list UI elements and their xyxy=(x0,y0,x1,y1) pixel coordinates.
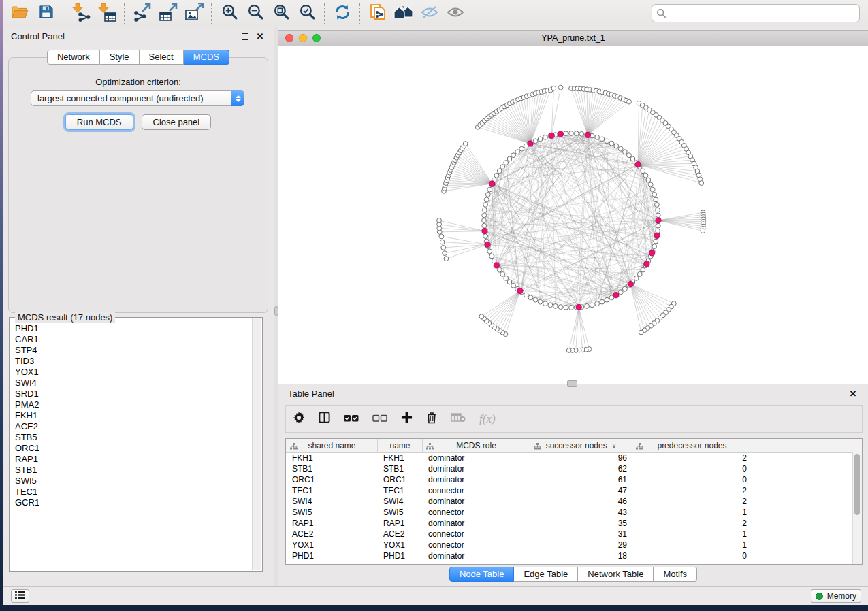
close-table-panel-icon[interactable]: ✕ xyxy=(848,389,858,399)
network-node[interactable] xyxy=(656,223,660,228)
column-header-successor-nodes[interactable]: successor nodes∨ xyxy=(530,439,632,452)
mcds-node[interactable] xyxy=(654,233,660,238)
ndex-homes-button[interactable] xyxy=(393,3,415,24)
network-node[interactable] xyxy=(699,181,704,186)
create-column-button[interactable] xyxy=(394,406,419,432)
network-node[interactable] xyxy=(507,156,512,161)
mcds-result-item[interactable]: PMA2 xyxy=(12,399,250,410)
mcds-result-item[interactable]: STB5 xyxy=(12,432,250,443)
zoom-fit-button[interactable] xyxy=(270,3,292,24)
network-node[interactable] xyxy=(497,267,502,272)
network-node[interactable] xyxy=(618,290,623,295)
network-node[interactable] xyxy=(701,229,705,233)
mcds-result-item[interactable]: SWI4 xyxy=(12,378,250,389)
minimize-light-icon[interactable] xyxy=(299,34,307,42)
network-node[interactable] xyxy=(483,208,487,212)
mcds-result-item[interactable]: SRD1 xyxy=(12,389,250,399)
network-node[interactable] xyxy=(652,244,657,249)
network-node[interactable] xyxy=(440,240,445,244)
network-node[interactable] xyxy=(585,304,590,309)
table-row[interactable]: TEC1TEC1connector472 xyxy=(286,485,853,496)
network-node[interactable] xyxy=(600,137,605,142)
network-node[interactable] xyxy=(543,301,548,306)
network-node[interactable] xyxy=(483,234,488,239)
network-node[interactable] xyxy=(656,213,660,218)
network-node[interactable] xyxy=(634,276,639,281)
table-row[interactable]: YOX1YOX1connector291 xyxy=(286,540,853,550)
save-session-button[interactable] xyxy=(35,3,57,24)
mcds-node[interactable] xyxy=(558,131,563,137)
network-node[interactable] xyxy=(463,142,468,146)
node-table[interactable]: shared namenameMCDS rolesuccessor nodes∨… xyxy=(285,438,863,565)
table-row[interactable]: SWI4SWI4dominator462 xyxy=(286,496,853,507)
mcds-result-item[interactable]: PHD1 xyxy=(12,323,250,334)
network-node[interactable] xyxy=(533,297,538,302)
network-node[interactable] xyxy=(654,239,658,244)
tab-mcds[interactable]: MCDS xyxy=(184,50,229,65)
network-node[interactable] xyxy=(643,173,648,178)
column-header-shared-name[interactable]: shared name xyxy=(287,439,378,452)
close-panel-button[interactable]: Close panel xyxy=(142,114,212,130)
network-node[interactable] xyxy=(579,132,584,137)
network-node[interactable] xyxy=(595,135,600,139)
open-file-button[interactable] xyxy=(9,3,31,24)
zoom-selected-button[interactable] xyxy=(296,3,318,24)
network-node[interactable] xyxy=(553,304,558,309)
mcds-node[interactable] xyxy=(517,288,523,294)
network-node[interactable] xyxy=(618,146,623,151)
network-node[interactable] xyxy=(543,135,548,139)
network-node[interactable] xyxy=(656,208,660,212)
search-input[interactable] xyxy=(670,7,855,19)
network-node[interactable] xyxy=(528,295,533,300)
column-header-name[interactable]: name xyxy=(378,439,423,452)
network-node[interactable] xyxy=(504,161,509,165)
mcds-node[interactable] xyxy=(635,162,641,167)
table-row[interactable]: SWI5SWI5connector431 xyxy=(286,507,853,518)
table-scrollbar[interactable] xyxy=(852,452,862,564)
network-node[interactable] xyxy=(439,234,444,239)
mcds-node[interactable] xyxy=(528,141,533,146)
zoom-in-button[interactable] xyxy=(219,3,240,24)
mcds-node[interactable] xyxy=(628,282,633,287)
mcds-result-item[interactable]: RAP1 xyxy=(12,454,250,465)
network-node[interactable] xyxy=(558,305,563,310)
network-node[interactable] xyxy=(487,187,492,192)
network-node[interactable] xyxy=(548,303,553,308)
criterion-select[interactable]: largest connected component (undirected) xyxy=(31,90,244,106)
network-node[interactable] xyxy=(609,141,614,146)
mcds-node[interactable] xyxy=(482,229,487,234)
network-node[interactable] xyxy=(648,182,653,187)
network-node[interactable] xyxy=(569,131,574,136)
mcds-result-item[interactable]: STP4 xyxy=(12,345,250,356)
network-node[interactable] xyxy=(574,131,579,136)
network-node[interactable] xyxy=(641,267,645,272)
network-node[interactable] xyxy=(482,218,487,223)
network-node[interactable] xyxy=(652,193,657,197)
mcds-result-item[interactable]: SWI5 xyxy=(12,476,250,486)
network-node[interactable] xyxy=(479,314,484,319)
network-node[interactable] xyxy=(504,276,509,281)
mcds-result-item[interactable]: ACE2 xyxy=(12,421,250,432)
mcds-result-item[interactable]: FKH1 xyxy=(12,410,250,421)
mcds-node[interactable] xyxy=(494,263,499,268)
table-settings-button[interactable] xyxy=(286,406,312,432)
tab-select[interactable]: Select xyxy=(140,50,184,65)
mcds-result-item[interactable]: CAR1 xyxy=(12,334,250,345)
tab-network-table[interactable]: Network Table xyxy=(578,567,654,582)
table-row[interactable]: ACE2ACE2connector311 xyxy=(286,529,853,540)
network-node[interactable] xyxy=(485,193,490,197)
network-node[interactable] xyxy=(595,301,600,306)
mcds-node[interactable] xyxy=(549,133,554,138)
network-node[interactable] xyxy=(637,272,642,277)
network-node[interactable] xyxy=(519,146,524,151)
network-node[interactable] xyxy=(487,249,492,254)
network-node[interactable] xyxy=(444,257,449,261)
network-node[interactable] xyxy=(441,246,446,250)
network-node[interactable] xyxy=(483,203,488,208)
network-node[interactable] xyxy=(484,197,489,202)
search-box[interactable] xyxy=(652,4,860,22)
maximize-light-icon[interactable] xyxy=(312,34,321,42)
network-node[interactable] xyxy=(482,223,487,228)
mcds-node[interactable] xyxy=(585,132,590,137)
mcds-node[interactable] xyxy=(656,218,661,223)
